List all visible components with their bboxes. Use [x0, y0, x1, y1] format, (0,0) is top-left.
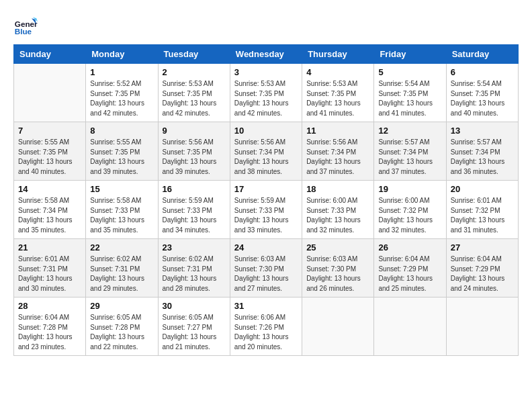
calendar-cell: 28Sunrise: 6:04 AM Sunset: 7:28 PM Dayli…: [14, 298, 86, 356]
day-number: 19: [378, 184, 441, 194]
calendar-cell: [374, 298, 446, 356]
day-number: 17: [234, 184, 298, 194]
page-header: General Blue: [13, 13, 519, 38]
day-number: 24: [234, 242, 298, 253]
day-number: 13: [451, 126, 514, 136]
day-info: Sunrise: 6:02 AM Sunset: 7:31 PM Dayligh…: [163, 255, 226, 293]
calendar-cell: 1Sunrise: 5:52 AM Sunset: 7:35 PM Daylig…: [86, 64, 158, 122]
day-number: 15: [90, 184, 153, 194]
day-info: Sunrise: 6:04 AM Sunset: 7:29 PM Dayligh…: [451, 255, 514, 293]
day-info: Sunrise: 6:03 AM Sunset: 7:30 PM Dayligh…: [234, 255, 298, 293]
day-number: 4: [306, 67, 369, 77]
day-info: Sunrise: 6:05 AM Sunset: 7:28 PM Dayligh…: [90, 313, 153, 352]
day-number: 9: [163, 126, 226, 136]
calendar-cell: 17Sunrise: 5:59 AM Sunset: 7:33 PM Dayli…: [230, 181, 302, 239]
calendar-cell: 20Sunrise: 6:01 AM Sunset: 7:32 PM Dayli…: [446, 181, 518, 239]
day-number: 20: [451, 184, 514, 194]
day-number: 29: [90, 301, 153, 311]
day-info: Sunrise: 5:55 AM Sunset: 7:35 PM Dayligh…: [90, 138, 153, 177]
day-number: 14: [18, 184, 81, 194]
calendar-cell: [14, 64, 86, 122]
calendar-cell: 19Sunrise: 6:00 AM Sunset: 7:32 PM Dayli…: [374, 181, 446, 239]
calendar-cell: 27Sunrise: 6:04 AM Sunset: 7:29 PM Dayli…: [446, 239, 518, 298]
calendar-cell: 23Sunrise: 6:02 AM Sunset: 7:31 PM Dayli…: [158, 239, 230, 298]
logo-icon: General Blue: [13, 13, 38, 38]
calendar-header-row: SundayMondayTuesdayWednesdayThursdayFrid…: [14, 45, 519, 64]
calendar-cell: 30Sunrise: 6:05 AM Sunset: 7:27 PM Dayli…: [158, 298, 230, 356]
day-info: Sunrise: 5:53 AM Sunset: 7:35 PM Dayligh…: [306, 79, 369, 118]
column-header-tuesday: Tuesday: [158, 45, 230, 64]
day-number: 16: [163, 184, 226, 194]
day-info: Sunrise: 6:04 AM Sunset: 7:29 PM Dayligh…: [378, 255, 441, 293]
day-number: 2: [163, 67, 226, 77]
calendar-cell: 24Sunrise: 6:03 AM Sunset: 7:30 PM Dayli…: [230, 239, 302, 298]
calendar-cell: 25Sunrise: 6:03 AM Sunset: 7:30 PM Dayli…: [302, 239, 374, 298]
column-header-wednesday: Wednesday: [230, 45, 302, 64]
calendar-cell: 31Sunrise: 6:06 AM Sunset: 7:26 PM Dayli…: [230, 298, 302, 356]
day-number: 1: [90, 67, 153, 77]
day-number: 5: [378, 67, 441, 77]
calendar-cell: 12Sunrise: 5:57 AM Sunset: 7:34 PM Dayli…: [374, 122, 446, 181]
calendar-cell: 10Sunrise: 5:56 AM Sunset: 7:34 PM Dayli…: [230, 122, 302, 181]
day-info: Sunrise: 5:54 AM Sunset: 7:35 PM Dayligh…: [451, 79, 514, 118]
day-number: 21: [18, 242, 81, 253]
column-header-sunday: Sunday: [14, 45, 86, 64]
calendar-cell: 15Sunrise: 5:58 AM Sunset: 7:33 PM Dayli…: [86, 181, 158, 239]
calendar-cell: [446, 298, 518, 356]
day-info: Sunrise: 5:57 AM Sunset: 7:34 PM Dayligh…: [451, 138, 514, 177]
day-number: 10: [234, 126, 298, 136]
day-number: 12: [378, 126, 441, 136]
day-number: 25: [306, 242, 369, 253]
day-number: 6: [451, 67, 514, 77]
calendar-cell: 4Sunrise: 5:53 AM Sunset: 7:35 PM Daylig…: [302, 64, 374, 122]
calendar-week-row: 14Sunrise: 5:58 AM Sunset: 7:34 PM Dayli…: [14, 181, 519, 239]
day-number: 11: [306, 126, 369, 136]
day-info: Sunrise: 6:04 AM Sunset: 7:28 PM Dayligh…: [18, 313, 81, 352]
calendar-table: SundayMondayTuesdayWednesdayThursdayFrid…: [13, 44, 519, 356]
day-info: Sunrise: 6:05 AM Sunset: 7:27 PM Dayligh…: [163, 313, 226, 352]
day-info: Sunrise: 5:58 AM Sunset: 7:34 PM Dayligh…: [18, 196, 81, 235]
calendar-cell: 7Sunrise: 5:55 AM Sunset: 7:35 PM Daylig…: [14, 122, 86, 181]
day-info: Sunrise: 5:57 AM Sunset: 7:34 PM Dayligh…: [378, 138, 441, 177]
day-number: 7: [18, 126, 81, 136]
calendar-week-row: 1Sunrise: 5:52 AM Sunset: 7:35 PM Daylig…: [14, 64, 519, 122]
calendar-cell: 29Sunrise: 6:05 AM Sunset: 7:28 PM Dayli…: [86, 298, 158, 356]
column-header-saturday: Saturday: [446, 45, 518, 64]
calendar-cell: 26Sunrise: 6:04 AM Sunset: 7:29 PM Dayli…: [374, 239, 446, 298]
day-info: Sunrise: 5:56 AM Sunset: 7:35 PM Dayligh…: [163, 138, 226, 177]
day-info: Sunrise: 6:01 AM Sunset: 7:31 PM Dayligh…: [18, 255, 81, 293]
day-number: 30: [163, 301, 226, 311]
calendar-cell: 21Sunrise: 6:01 AM Sunset: 7:31 PM Dayli…: [14, 239, 86, 298]
calendar-cell: 3Sunrise: 5:53 AM Sunset: 7:35 PM Daylig…: [230, 64, 302, 122]
calendar-cell: [302, 298, 374, 356]
day-info: Sunrise: 5:55 AM Sunset: 7:35 PM Dayligh…: [18, 138, 81, 177]
calendar-cell: 6Sunrise: 5:54 AM Sunset: 7:35 PM Daylig…: [446, 64, 518, 122]
day-number: 8: [90, 126, 153, 136]
day-info: Sunrise: 5:56 AM Sunset: 7:34 PM Dayligh…: [306, 138, 369, 177]
day-number: 28: [18, 301, 81, 311]
day-number: 26: [378, 242, 441, 253]
day-info: Sunrise: 6:00 AM Sunset: 7:32 PM Dayligh…: [378, 196, 441, 235]
calendar-cell: 13Sunrise: 5:57 AM Sunset: 7:34 PM Dayli…: [446, 122, 518, 181]
day-info: Sunrise: 5:52 AM Sunset: 7:35 PM Dayligh…: [90, 79, 153, 118]
calendar-cell: 2Sunrise: 5:53 AM Sunset: 7:35 PM Daylig…: [158, 64, 230, 122]
day-number: 22: [90, 242, 153, 253]
day-number: 31: [234, 301, 298, 311]
calendar-cell: 11Sunrise: 5:56 AM Sunset: 7:34 PM Dayli…: [302, 122, 374, 181]
day-number: 3: [234, 67, 298, 77]
svg-text:Blue: Blue: [15, 27, 32, 36]
calendar-cell: 22Sunrise: 6:02 AM Sunset: 7:31 PM Dayli…: [86, 239, 158, 298]
calendar-cell: 9Sunrise: 5:56 AM Sunset: 7:35 PM Daylig…: [158, 122, 230, 181]
column-header-friday: Friday: [374, 45, 446, 64]
day-info: Sunrise: 5:53 AM Sunset: 7:35 PM Dayligh…: [163, 79, 226, 118]
day-info: Sunrise: 5:58 AM Sunset: 7:33 PM Dayligh…: [90, 196, 153, 235]
calendar-week-row: 21Sunrise: 6:01 AM Sunset: 7:31 PM Dayli…: [14, 239, 519, 298]
calendar-week-row: 7Sunrise: 5:55 AM Sunset: 7:35 PM Daylig…: [14, 122, 519, 181]
day-info: Sunrise: 6:02 AM Sunset: 7:31 PM Dayligh…: [90, 255, 153, 293]
day-info: Sunrise: 5:59 AM Sunset: 7:33 PM Dayligh…: [234, 196, 298, 235]
column-header-thursday: Thursday: [302, 45, 374, 64]
day-info: Sunrise: 5:54 AM Sunset: 7:35 PM Dayligh…: [378, 79, 441, 118]
day-info: Sunrise: 6:01 AM Sunset: 7:32 PM Dayligh…: [451, 196, 514, 235]
calendar-cell: 16Sunrise: 5:59 AM Sunset: 7:33 PM Dayli…: [158, 181, 230, 239]
day-info: Sunrise: 5:59 AM Sunset: 7:33 PM Dayligh…: [163, 196, 226, 235]
